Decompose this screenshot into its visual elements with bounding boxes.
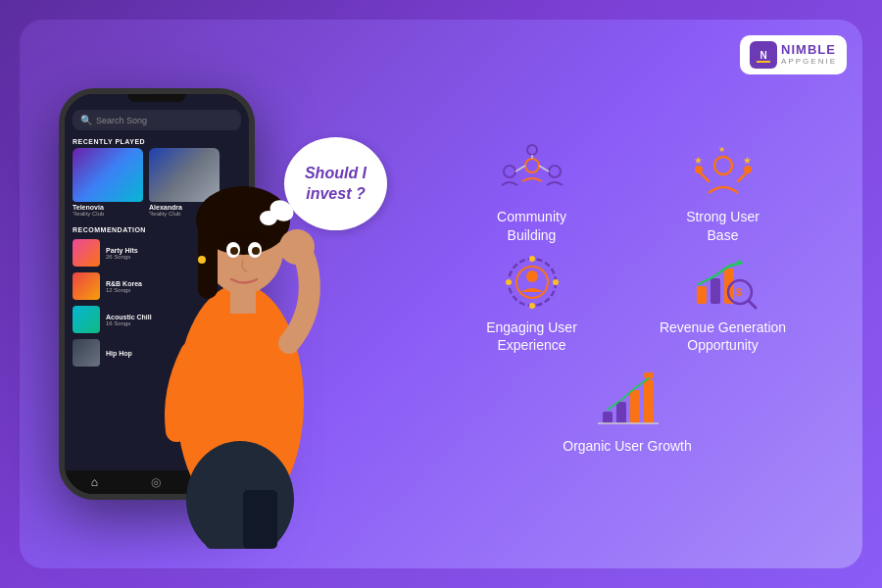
svg-point-7 <box>279 229 315 265</box>
svg-rect-45 <box>630 390 640 423</box>
svg-rect-46 <box>644 380 654 423</box>
feature-community-building: CommunityBuilding <box>441 143 622 243</box>
svg-rect-9 <box>206 490 240 549</box>
svg-line-22 <box>539 166 549 172</box>
svg-rect-37 <box>710 278 720 304</box>
svg-point-16 <box>525 159 539 172</box>
svg-point-19 <box>527 145 537 155</box>
logo-icon: N <box>750 41 777 69</box>
svg-point-33 <box>553 279 559 285</box>
rec-art-1 <box>73 239 100 267</box>
nav-home-icon[interactable]: ⌂ <box>91 475 98 489</box>
features-section: CommunityBuilding ★ ★ ★ <box>382 104 833 483</box>
svg-point-28 <box>744 166 752 173</box>
svg-rect-10 <box>243 490 277 549</box>
growth-icon <box>593 372 662 431</box>
svg-point-26 <box>714 157 732 174</box>
svg-line-21 <box>515 166 525 172</box>
search-icon: 🔍 <box>80 115 92 125</box>
svg-text:★: ★ <box>743 155 752 166</box>
svg-point-32 <box>529 256 535 262</box>
rec-name-1: Party Hits <box>106 247 138 254</box>
person-figure <box>137 69 343 549</box>
user-base-icon: ★ ★ ★ <box>689 143 758 202</box>
strong-user-base-label: Strong UserBase <box>686 208 760 243</box>
main-container: N NIMBLE APPGENIE 🔍 Search Song RECENTLY… <box>20 20 862 568</box>
svg-text:N: N <box>760 50 766 61</box>
svg-point-18 <box>549 166 561 177</box>
svg-rect-43 <box>603 412 612 423</box>
experience-icon <box>498 254 566 313</box>
feature-engaging-ux: Engaging UserExperience <box>441 254 622 354</box>
svg-point-15 <box>198 256 206 264</box>
logo-container: N NIMBLE APPGENIE <box>740 35 847 74</box>
svg-point-35 <box>529 303 535 309</box>
speech-bubble: Should Iinvest ? <box>284 137 387 230</box>
svg-marker-39 <box>738 260 744 266</box>
logo-brand: NIMBLE <box>781 43 837 57</box>
svg-text:★: ★ <box>694 155 703 166</box>
svg-text:★: ★ <box>718 145 725 154</box>
album-name-1: Telenovia <box>73 204 143 211</box>
phone-section: 🔍 Search Song RECENTLY PLAYED Telenovia … <box>49 39 363 549</box>
svg-rect-6 <box>230 284 256 314</box>
rec-art-3 <box>73 306 100 333</box>
rec-art-2 <box>73 272 100 300</box>
organic-growth-label: Organic User Growth <box>563 437 691 455</box>
album-sub-1: Reality Club <box>73 211 143 217</box>
album-art-1 <box>73 148 143 202</box>
feature-organic-growth: Organic User Growth <box>441 364 813 464</box>
svg-point-31 <box>526 270 538 282</box>
svg-point-13 <box>230 247 238 255</box>
community-icon <box>498 143 566 202</box>
feature-strong-user-base: ★ ★ ★ Strong UserBase <box>632 143 813 243</box>
logo-sub: APPGENIE <box>781 58 837 67</box>
rec-art-4 <box>73 339 100 367</box>
speech-bubble-text: Should Iinvest ? <box>305 164 367 205</box>
logo-text: NIMBLE APPGENIE <box>781 43 837 66</box>
album-card[interactable]: Telenovia Reality Club <box>73 148 143 217</box>
svg-rect-36 <box>697 286 707 304</box>
svg-point-34 <box>506 279 512 285</box>
svg-point-27 <box>695 166 703 173</box>
community-building-label: CommunityBuilding <box>497 208 566 243</box>
svg-text:$: $ <box>736 287 742 298</box>
engaging-ux-label: Engaging UserExperience <box>486 318 577 354</box>
revenue-label: Revenue GenerationOpportunity <box>660 318 786 354</box>
feature-revenue: $ Revenue GenerationOpportunity <box>632 254 813 354</box>
rec-name-4: Hip Hop <box>106 350 132 357</box>
rec-count-1: 26 Songs <box>106 254 138 260</box>
revenue-icon: $ <box>689 254 758 313</box>
svg-point-14 <box>252 247 260 255</box>
svg-rect-44 <box>616 402 626 423</box>
svg-point-17 <box>504 166 515 177</box>
svg-line-41 <box>749 301 756 308</box>
